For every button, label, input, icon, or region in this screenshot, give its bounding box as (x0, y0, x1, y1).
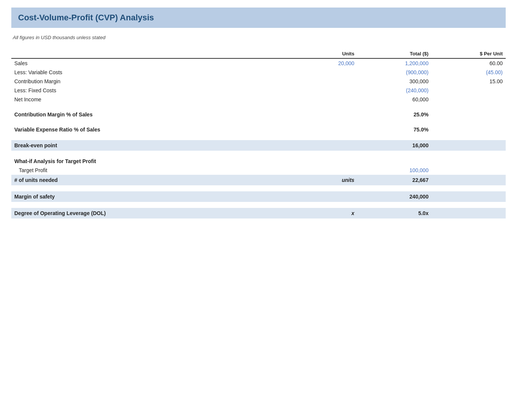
contribution-margin-units (283, 77, 358, 86)
target-profit-row: Target Profit 100,000 (11, 166, 506, 175)
net-income-total: 60,000 (357, 95, 431, 104)
break-even-row: Break-even point 16,000 (11, 140, 506, 151)
units-needed-units: units (283, 175, 358, 185)
sales-per-unit: 60.00 (431, 58, 506, 68)
cvp-table: Units Total ($) $ Per Unit Sales 20,000 … (11, 49, 506, 218)
target-profit-value: 100,000 (357, 166, 431, 175)
contribution-margin-per-unit: 15.00 (431, 77, 506, 86)
page-wrapper: Cost-Volume-Profit (CVP) Analysis All fi… (0, 0, 517, 420)
spacer-2 (11, 119, 506, 125)
dol-row: Degree of Operating Leverage (DOL) x 5.0… (11, 208, 506, 218)
units-needed-label: # of units needed (11, 175, 283, 185)
dol-value: 5.0x (357, 208, 431, 218)
variable-costs-per-unit: (45.00) (431, 68, 506, 77)
variable-ratio-label: Variable Expense Ratio % of Sales (11, 125, 283, 134)
whatif-label: What-if Analysis for Target Profit (11, 157, 283, 166)
net-income-label: Net Income (11, 95, 283, 104)
header-per-unit: $ Per Unit (431, 49, 506, 58)
header-label-col (11, 49, 283, 58)
variable-costs-units (283, 68, 358, 77)
margin-safety-row: Margin of safety 240,000 (11, 191, 506, 202)
net-income-units (283, 95, 358, 104)
header-total: Total ($) (357, 49, 431, 58)
sales-row: Sales 20,000 1,200,000 60.00 (11, 58, 506, 68)
cm-pct-row: Contribution Margin % of Sales 25.0% (11, 110, 506, 119)
whatif-header-row: What-if Analysis for Target Profit (11, 157, 506, 166)
margin-safety-label: Margin of safety (11, 191, 283, 202)
variable-ratio-row: Variable Expense Ratio % of Sales 75.0% (11, 125, 506, 134)
fixed-costs-total: (240,000) (357, 86, 431, 95)
contribution-margin-total: 300,000 (357, 77, 431, 86)
spacer-1 (11, 104, 506, 110)
units-needed-row: # of units needed units 22,667 (11, 175, 506, 185)
spacer-3 (11, 134, 506, 140)
variable-ratio-value: 75.0% (357, 125, 431, 134)
variable-costs-label: Less: Variable Costs (11, 68, 283, 77)
fixed-costs-units (283, 86, 358, 95)
target-profit-label: Target Profit (11, 166, 283, 175)
break-even-value: 16,000 (357, 140, 431, 151)
spacer-5 (11, 185, 506, 191)
fixed-costs-row: Less: Fixed Costs (240,000) (11, 86, 506, 95)
dol-units: x (283, 208, 358, 218)
cm-pct-label: Contribution Margin % of Sales (11, 110, 283, 119)
variable-costs-total: (900,000) (357, 68, 431, 77)
net-income-per-unit (431, 95, 506, 104)
net-income-row: Net Income 60,000 (11, 95, 506, 104)
fixed-costs-label: Less: Fixed Costs (11, 86, 283, 95)
sales-total: 1,200,000 (357, 58, 431, 68)
variable-costs-row: Less: Variable Costs (900,000) (45.00) (11, 68, 506, 77)
sales-label: Sales (11, 58, 283, 68)
header-units: Units (283, 49, 358, 58)
subtitle: All figures in USD thousands unless stat… (11, 35, 506, 40)
fixed-costs-per-unit (431, 86, 506, 95)
sales-units: 20,000 (283, 58, 358, 68)
spacer-6 (11, 202, 506, 208)
cm-pct-value: 25.0% (357, 110, 431, 119)
page-title: Cost-Volume-Profit (CVP) Analysis (18, 13, 499, 23)
break-even-label: Break-even point (11, 140, 283, 151)
contribution-margin-row: Contribution Margin 300,000 15.00 (11, 77, 506, 86)
dol-label: Degree of Operating Leverage (DOL) (11, 208, 283, 218)
units-needed-value: 22,667 (357, 175, 431, 185)
title-banner: Cost-Volume-Profit (CVP) Analysis (11, 8, 506, 28)
spacer-4 (11, 151, 506, 157)
contribution-margin-label: Contribution Margin (11, 77, 283, 86)
table-header-row: Units Total ($) $ Per Unit (11, 49, 506, 58)
margin-safety-value: 240,000 (357, 191, 431, 202)
